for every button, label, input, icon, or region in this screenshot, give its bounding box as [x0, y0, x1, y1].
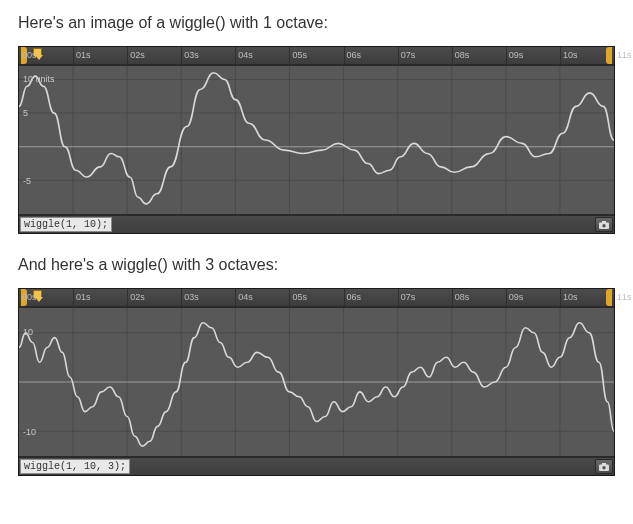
ruler-tick-label: 10s	[563, 50, 578, 60]
playhead-icon[interactable]	[31, 289, 41, 306]
ruler-tick-label: 08s	[455, 50, 470, 60]
y-axis-tick-label: -10	[23, 427, 36, 437]
ruler-tick	[452, 289, 453, 306]
expression-input[interactable]: wiggle(1, 10);	[20, 217, 112, 232]
ruler-tick	[127, 289, 128, 306]
ruler-tick-label: 09s	[509, 50, 524, 60]
ruler-tick-label: 04s	[238, 50, 253, 60]
time-ruler[interactable]: 00s01s02s03s04s05s06s07s08s09s10s11s	[19, 47, 614, 65]
caption-1-octave: Here's an image of a wiggle() with 1 oct…	[18, 14, 615, 32]
ruler-tick-label: 06s	[347, 292, 362, 302]
ruler-tick-label: 07s	[401, 292, 416, 302]
ruler-tick	[235, 47, 236, 64]
ruler-tick	[181, 289, 182, 306]
ruler-tick	[344, 47, 345, 64]
ruler-tick	[452, 47, 453, 64]
ruler-tick	[289, 47, 290, 64]
svg-rect-31	[602, 463, 606, 465]
time-ruler[interactable]: 00s01s02s03s04s05s06s07s08s09s10s11s	[19, 289, 614, 307]
workarea-end-icon[interactable]	[606, 47, 612, 64]
wiggle-curve-1oct	[19, 66, 614, 214]
ruler-tick	[398, 47, 399, 64]
ruler-tick	[344, 289, 345, 306]
ruler-tick-label: 04s	[238, 292, 253, 302]
expression-input[interactable]: wiggle(1, 10, 3);	[20, 459, 130, 474]
ruler-tick	[289, 289, 290, 306]
snapshot-button[interactable]	[595, 217, 613, 232]
ruler-tick	[73, 289, 74, 306]
ruler-tick-label: 08s	[455, 292, 470, 302]
ruler-tick	[398, 289, 399, 306]
workarea-start-icon[interactable]	[21, 289, 27, 306]
ruler-tick	[181, 47, 182, 64]
svg-point-16	[602, 224, 605, 227]
ruler-tick	[506, 289, 507, 306]
camera-icon	[599, 463, 609, 471]
ruler-tick-label: 02s	[130, 50, 145, 60]
ruler-tick	[127, 47, 128, 64]
ruler-tick-label: 03s	[184, 292, 199, 302]
ruler-tick-label: 10s	[563, 292, 578, 302]
camera-icon	[599, 221, 609, 229]
ruler-tick-label: 07s	[401, 50, 416, 60]
ruler-tick-label: 01s	[76, 292, 91, 302]
wiggle-curve-3oct	[19, 308, 614, 456]
svg-rect-15	[602, 221, 606, 223]
svg-point-32	[602, 466, 605, 469]
ruler-tick-label: 09s	[509, 292, 524, 302]
y-axis-tick-label: 10 units	[23, 74, 55, 84]
graph-area[interactable]: 10-10	[19, 307, 614, 457]
ruler-tick-label: 05s	[292, 50, 307, 60]
snapshot-button[interactable]	[595, 459, 613, 474]
ruler-tick-label: 05s	[292, 292, 307, 302]
y-axis-tick-label: -5	[23, 176, 31, 186]
ruler-tick-label: 02s	[130, 292, 145, 302]
expression-row: wiggle(1, 10);	[19, 215, 614, 233]
ruler-tick-label: 11s	[617, 50, 632, 60]
y-axis-tick-label: 5	[23, 108, 28, 118]
ruler-tick-label: 01s	[76, 50, 91, 60]
ruler-tick	[506, 47, 507, 64]
ruler-tick-label: 11s	[617, 292, 632, 302]
ruler-tick	[560, 47, 561, 64]
ruler-tick	[235, 289, 236, 306]
playhead-icon[interactable]	[31, 47, 41, 64]
ruler-tick-label: 03s	[184, 50, 199, 60]
expression-row: wiggle(1, 10, 3);	[19, 457, 614, 475]
caption-3-octaves: And here's a wiggle() with 3 octaves:	[18, 256, 615, 274]
y-axis-tick-label: 10	[23, 327, 33, 337]
workarea-end-icon[interactable]	[606, 289, 612, 306]
graph-editor-panel-1oct: 00s01s02s03s04s05s06s07s08s09s10s11s 10 …	[18, 46, 615, 234]
ruler-tick	[560, 289, 561, 306]
ruler-tick	[73, 47, 74, 64]
graph-editor-panel-3oct: 00s01s02s03s04s05s06s07s08s09s10s11s 10-…	[18, 288, 615, 476]
graph-area[interactable]: 10 units5-5	[19, 65, 614, 215]
workarea-start-icon[interactable]	[21, 47, 27, 64]
ruler-tick-label: 06s	[347, 50, 362, 60]
